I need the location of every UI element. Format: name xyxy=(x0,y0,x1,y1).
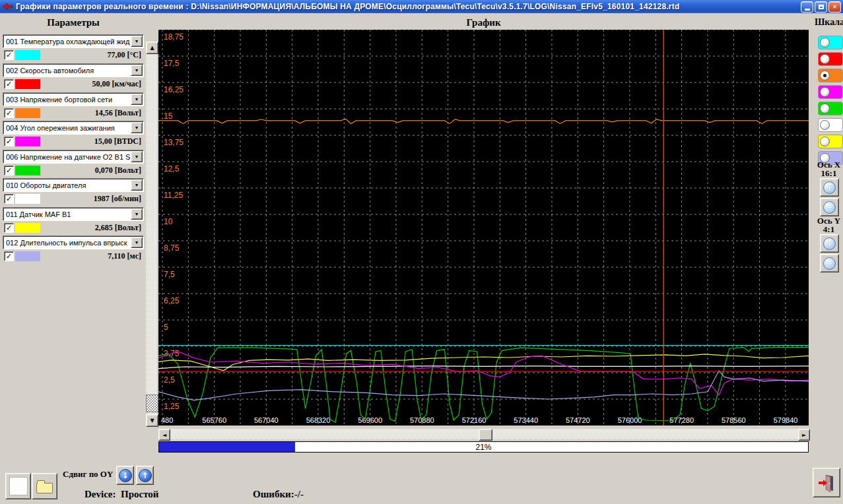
param-color-swatch xyxy=(15,166,40,175)
radio-icon xyxy=(820,120,830,130)
param-group-006: 006 Напряжение на датчике O2 B1 S ▼ ✓ 0,… xyxy=(3,150,144,177)
app-icon xyxy=(2,3,13,11)
param-checkbox-002[interactable]: ✓ xyxy=(4,79,14,89)
scale-chip-orange[interactable] xyxy=(818,69,843,82)
param-select-012[interactable]: 012 Длительность импульса впрыск ▼ xyxy=(3,236,144,249)
svg-text:13,75: 13,75 xyxy=(164,138,184,147)
scale-chip-white[interactable] xyxy=(818,118,843,132)
svg-text:565760: 565760 xyxy=(202,416,226,424)
errors-status: Ошибки:-/- xyxy=(253,489,304,500)
param-select-010[interactable]: 010 Обороты двигателя ▼ xyxy=(3,178,144,192)
radio-icon xyxy=(820,38,830,47)
radio-icon xyxy=(820,137,830,146)
axis-y-zoom-in-button[interactable]: + xyxy=(820,234,839,253)
param-select-002[interactable]: 002 Скорость автомобиля ▼ xyxy=(3,63,144,77)
svg-text:2,5: 2,5 xyxy=(164,375,175,385)
param-checkbox-011[interactable]: ✓ xyxy=(4,223,14,233)
param-value-003: 14,56 [Вольт] xyxy=(40,108,143,118)
exit-button[interactable] xyxy=(813,468,840,497)
scroll-right-button[interactable]: ► xyxy=(798,429,810,441)
svg-text:572160: 572160 xyxy=(462,416,487,424)
dropdown-arrow-icon[interactable]: ▼ xyxy=(131,179,143,191)
svg-text:569600: 569600 xyxy=(358,416,382,424)
axis-y-zoom-out-button[interactable]: − xyxy=(820,254,839,272)
scale-chip-green[interactable] xyxy=(818,102,843,115)
device-value: Простой xyxy=(121,489,158,499)
vertical-scroll-thumb[interactable] xyxy=(146,394,158,412)
param-value-011: 2,685 [Вольт] xyxy=(40,223,143,233)
axis-x-zoom-out-button[interactable]: − xyxy=(820,198,839,216)
scroll-up-button[interactable]: ▲ xyxy=(146,42,158,54)
param-select-006[interactable]: 006 Напряжение на датчике O2 B1 S ▼ xyxy=(3,150,144,164)
svg-text:1,25: 1,25 xyxy=(164,402,180,411)
param-select-001[interactable]: 001 Температура охлаждающей жид ▼ xyxy=(3,34,144,48)
minimize-icon xyxy=(805,9,810,11)
dropdown-arrow-icon[interactable]: ▼ xyxy=(131,94,143,105)
scale-chip-magenta[interactable] xyxy=(818,85,843,99)
param-value-010: 1987 [об/мин] xyxy=(40,194,143,204)
scale-panel-title: Шкала xyxy=(815,17,843,28)
svg-text:10: 10 xyxy=(164,217,173,226)
svg-text:7,5: 7,5 xyxy=(164,270,175,279)
horizontal-scroll-thumb[interactable] xyxy=(479,429,492,441)
chart-canvas[interactable]: 18,7517,516,251513,7512,511,25108,757,56… xyxy=(158,30,809,425)
param-color-swatch xyxy=(15,79,40,89)
param-checkbox-004[interactable]: ✓ xyxy=(4,137,14,146)
param-checkbox-012[interactable]: ✓ xyxy=(4,251,14,261)
svg-text:8,75: 8,75 xyxy=(164,243,180,253)
dropdown-arrow-icon[interactable]: ▼ xyxy=(131,151,143,162)
dropdown-arrow-icon[interactable]: ▼ xyxy=(131,237,143,248)
dropdown-arrow-icon[interactable]: ▼ xyxy=(131,65,143,76)
shift-up-button[interactable]: ↑ xyxy=(136,466,154,485)
param-select-label: 006 Напряжение на датчике O2 B1 S xyxy=(3,153,131,161)
chart-vertical-scrollbar[interactable] xyxy=(146,42,157,425)
scale-chip-red[interactable] xyxy=(818,52,843,66)
param-select-011[interactable]: 011 Датчик MAF B1 ▼ xyxy=(3,207,144,221)
plus-icon: + xyxy=(823,237,836,250)
param-checkbox-001[interactable]: ✓ xyxy=(4,50,14,60)
minus-icon: − xyxy=(823,201,836,214)
param-select-004[interactable]: 004 Угол опережения зажигания ▼ xyxy=(3,121,144,135)
minus-icon: − xyxy=(823,257,836,270)
chart-title: График xyxy=(158,17,809,28)
progress-bar: 21% xyxy=(158,441,809,453)
restore-button[interactable] xyxy=(815,1,827,13)
axis-x-zoom-in-button[interactable]: + xyxy=(820,178,839,197)
svg-text:16,25: 16,25 xyxy=(164,85,184,94)
svg-text:579840: 579840 xyxy=(774,416,798,424)
param-checkbox-010[interactable]: ✓ xyxy=(4,194,14,204)
scale-chip-cyan[interactable] xyxy=(818,36,843,49)
param-select-003[interactable]: 003 Напряжение бортовой сети ▼ xyxy=(3,92,144,106)
param-select-label: 001 Температура охлаждающей жид xyxy=(3,38,131,46)
dropdown-arrow-icon[interactable]: ▼ xyxy=(131,122,143,133)
svg-text:6,25: 6,25 xyxy=(164,296,180,305)
arrow-up-icon: ↑ xyxy=(139,469,152,482)
param-group-010: 010 Обороты двигателя ▼ ✓ 1987 [об/мин] xyxy=(3,178,144,205)
param-select-label: 011 Датчик MAF B1 xyxy=(3,210,131,218)
errors-value: -/- xyxy=(294,489,304,499)
device-label: Device: xyxy=(84,489,116,499)
param-select-label: 003 Напряжение бортовой сети xyxy=(3,96,131,104)
svg-text:18,75: 18,75 xyxy=(164,32,184,42)
scroll-left-button[interactable]: ◄ xyxy=(158,429,170,441)
param-group-011: 011 Датчик MAF B1 ▼ ✓ 2,685 [Вольт] xyxy=(3,207,144,234)
minimize-button[interactable] xyxy=(801,1,813,13)
svg-text:574720: 574720 xyxy=(566,416,590,424)
param-group-001: 001 Температура охлаждающей жид ▼ ✓ 77,0… xyxy=(3,34,144,61)
dropdown-arrow-icon[interactable]: ▼ xyxy=(131,208,143,220)
open-file-button[interactable] xyxy=(32,473,57,499)
param-checkbox-003[interactable]: ✓ xyxy=(4,108,14,118)
svg-text:5: 5 xyxy=(164,323,168,332)
chart-plot: 18,7517,516,251513,7512,511,25108,757,56… xyxy=(158,30,809,425)
dropdown-arrow-icon[interactable]: ▼ xyxy=(131,36,143,47)
shift-down-button[interactable]: ↓ xyxy=(116,466,134,485)
param-checkbox-006[interactable]: ✓ xyxy=(4,166,14,175)
close-button[interactable]: × xyxy=(828,1,841,13)
param-select-label: 002 Скорость автомобиля xyxy=(3,67,131,75)
blank-tool-button[interactable] xyxy=(5,473,31,499)
scale-chip-yellow[interactable] xyxy=(818,135,843,148)
scroll-down-button[interactable]: ▼ xyxy=(146,414,158,427)
svg-text:12,5: 12,5 xyxy=(164,164,180,173)
param-group-012: 012 Длительность импульса впрыск ▼ ✓ 7,1… xyxy=(3,236,144,263)
svg-text:567040: 567040 xyxy=(254,416,279,424)
